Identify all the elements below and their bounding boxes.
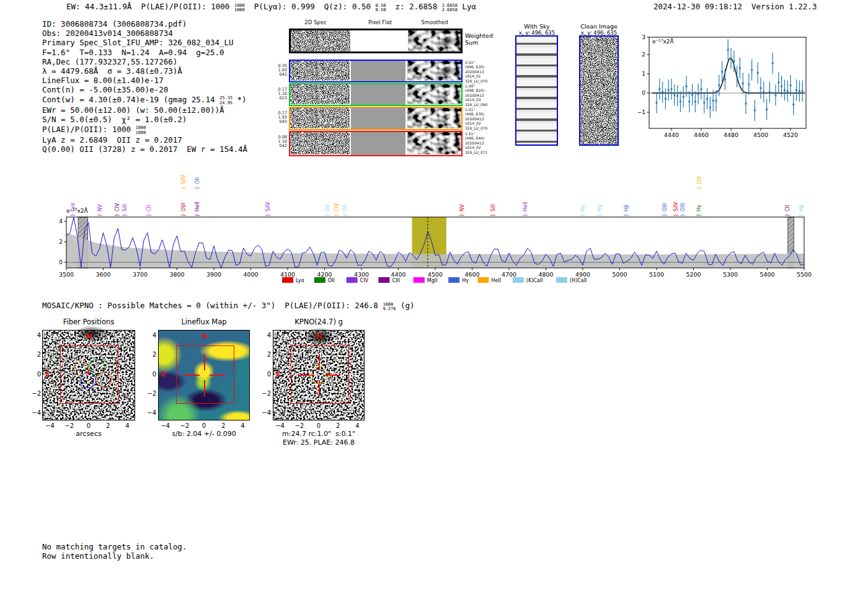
2d-spec-row	[289, 131, 463, 156]
smoothed-dark-blob	[440, 65, 456, 76]
text-line: EWr = 50.00(±12.00) (w: 50.00(±12.00))Å	[42, 105, 247, 115]
y-tick-label: −4	[262, 409, 271, 416]
cleanimage-title: Clean Image	[580, 23, 618, 30]
legend-swatch	[477, 277, 489, 283]
x-tick-label: 4520	[783, 131, 798, 138]
smoothed-image	[407, 61, 461, 81]
emission-line-brace: {	[596, 213, 602, 216]
emission-line-brace: {	[696, 186, 702, 189]
emission-line-brace: {	[180, 186, 186, 189]
x-tick-label: −2	[180, 422, 189, 429]
stacked-fraction: 10001000	[234, 4, 245, 13]
detection-highlight-band	[412, 217, 446, 268]
emission-line-brace: {	[114, 213, 120, 216]
y-tick-label: 0	[153, 371, 156, 378]
legend-label: CIII	[392, 278, 400, 283]
x-tick-label: 4100	[280, 271, 295, 278]
fiber-positions-title: Fiber Positions	[63, 318, 115, 326]
x-tick-label: 2	[221, 422, 225, 429]
emission-line-label: HeII	[523, 202, 528, 211]
stacked-fraction: 10001000	[136, 126, 146, 135]
x-tick-label: 3500	[59, 271, 74, 278]
x-tick-label: −4	[161, 422, 170, 429]
x-tick-label: 4600	[464, 271, 479, 278]
sky-stripes-texture	[516, 37, 557, 144]
legend-label: HeII	[491, 278, 501, 283]
emission-line-label: NV	[459, 204, 465, 211]
emission-line-brace: {	[97, 213, 102, 216]
data-point	[760, 87, 762, 89]
main-plot-frame	[66, 217, 804, 268]
data-point	[680, 101, 681, 103]
x-tick-label: 5300	[723, 271, 738, 278]
data-point	[694, 101, 696, 103]
row-left-stats: 0.081.10042	[262, 135, 287, 149]
emission-line-brace: {	[146, 213, 151, 216]
emission-line-brace: {	[69, 213, 75, 216]
2d-spec-image	[290, 132, 350, 155]
kpno-caption-1: m:24.7 rc:1.0" s:0.1"	[282, 430, 355, 438]
data-point	[701, 88, 702, 90]
row-right-meta: 1.01"(496, 635)20200413v014_02326_LU_070	[465, 107, 508, 130]
emission-line-label: CIII	[697, 176, 702, 184]
y-tick-label: 2	[37, 351, 41, 358]
data-point	[706, 98, 708, 100]
emission-line-label: HeII	[195, 202, 200, 211]
gaussian-fit-line	[652, 58, 805, 93]
data-point	[673, 94, 675, 96]
x-tick-label: 4900	[575, 271, 590, 278]
y-tick-label: −4	[147, 409, 156, 416]
y-tick-label: 0	[267, 371, 271, 378]
text-line: Obs: 20200413v014_3006808734	[42, 29, 247, 38]
data-point	[736, 76, 738, 78]
x-tick-label: 4440	[664, 131, 679, 138]
x-tick-label: 4480	[724, 131, 738, 138]
x-tick-label: 3800	[169, 271, 184, 278]
x-tick-label: 0	[317, 422, 321, 429]
data-point	[766, 109, 768, 110]
emission-line-label: CII	[785, 205, 790, 211]
kpno-g-title: KPNO(24.7) g	[294, 318, 343, 326]
emission-line-label: SiIV	[673, 202, 679, 211]
emission-line-label: Hβ	[799, 205, 804, 211]
x-tick-label: 4700	[502, 271, 516, 278]
compass-east: E	[45, 370, 50, 378]
x-tick-label: 4000	[243, 271, 258, 278]
2d-spec-row	[289, 29, 463, 53]
legend-swatch	[347, 277, 358, 283]
data-point	[790, 84, 792, 86]
data-point	[715, 100, 717, 102]
x-tick-label: −4	[275, 422, 285, 429]
stacked-fraction: 2.68582.6858	[442, 4, 458, 13]
compass-north: N	[202, 332, 207, 340]
text-line: Cont(n) = -5.00(±35.00)e-20	[42, 85, 247, 94]
data-point	[739, 67, 741, 69]
data-point	[709, 107, 711, 109]
data-point	[748, 84, 750, 86]
legend-swatch	[414, 277, 425, 283]
data-point	[795, 89, 797, 91]
y-tick-label: 2	[267, 351, 271, 358]
emission-line-brace: {	[334, 213, 339, 216]
emission-line-brace: {	[784, 213, 790, 216]
2d-spec-image	[290, 61, 350, 81]
stacked-fraction: 25.3324.95	[219, 96, 232, 105]
y-tick-label: 0	[642, 90, 645, 96]
withsky-title: With Sky	[524, 23, 549, 30]
x-tick-label: −2	[64, 422, 74, 429]
data-point	[787, 91, 789, 92]
emission-line-label: OII	[195, 177, 200, 184]
y-tick-label: 0	[59, 259, 63, 265]
y-tick-label: −2	[262, 390, 271, 397]
pixel-flat-image	[351, 108, 405, 129]
stacked-fraction: 10009.276	[383, 303, 396, 312]
cleanimage-image	[579, 35, 619, 146]
text-line: Q(0.00) OII (3728) z = 0.2017 EW r = 154…	[42, 144, 247, 154]
emission-line-label: OIII	[680, 203, 686, 211]
version-label: Version 1.22.3	[751, 2, 817, 11]
row-right-meta: 1.09"(498, 820)20200413v014_03326_LU_090	[465, 84, 508, 107]
emission-line-brace: {	[798, 213, 804, 216]
compass-east: E	[161, 370, 166, 378]
data-point	[686, 86, 688, 87]
smoothed-image	[407, 84, 461, 105]
